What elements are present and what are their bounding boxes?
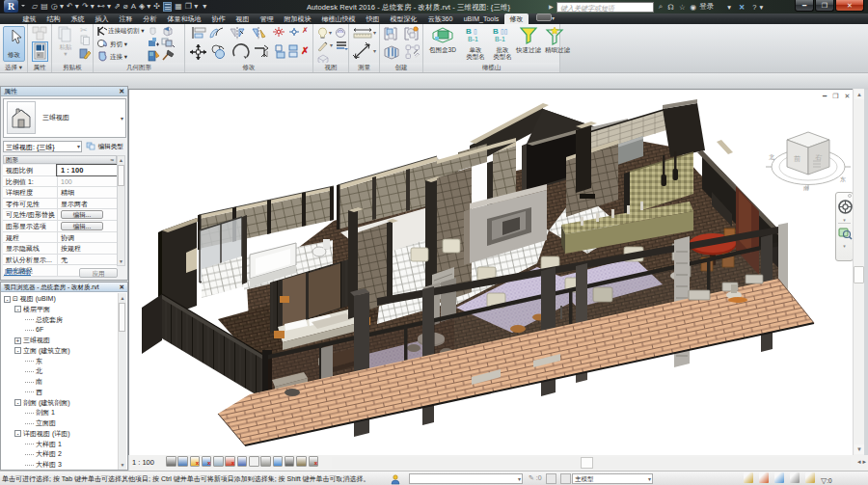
- svg-text:北: 北: [769, 153, 774, 161]
- svg-text:东: 东: [840, 175, 846, 182]
- svg-text:南: 南: [803, 185, 809, 191]
- svg-text:前: 前: [794, 155, 800, 162]
